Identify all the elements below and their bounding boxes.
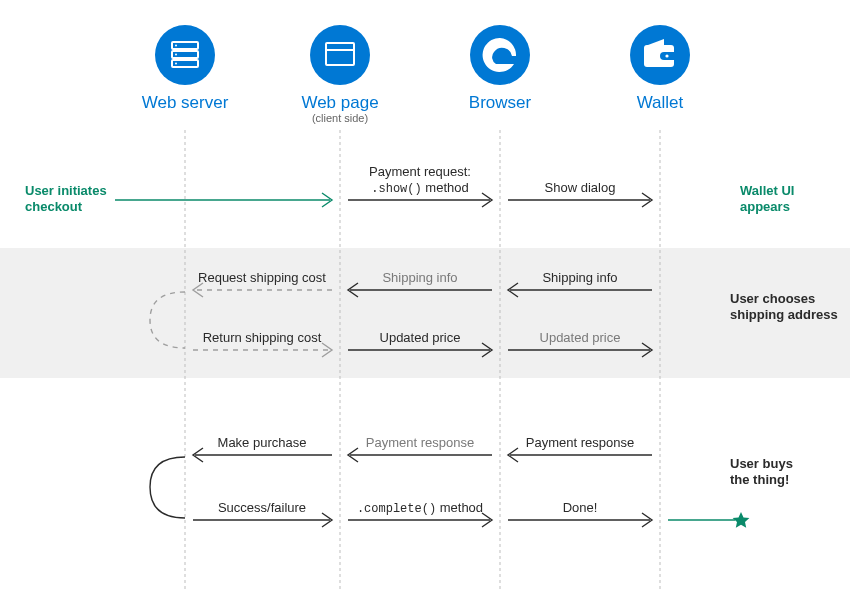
label-shipinfo-2: Shipping info [542,270,617,285]
col-wallet-label: Wallet [637,93,684,112]
caption-walletui-1: Wallet UI [740,183,794,198]
label-upd-2: Updated price [540,330,621,345]
caption-buy-1: User buys [730,456,793,471]
sequence-diagram: Web server Web page (client side) Browse… [0,0,850,607]
label-ret-ship: Return shipping cost [203,330,322,345]
col-wallet: Wallet [630,25,690,112]
svg-point-12 [665,54,668,57]
caption-walletui-2: appears [740,199,790,214]
caption-checkout-2: checkout [25,199,83,214]
caption-checkout-1: User initiates [25,183,107,198]
caption-buy-2: the thing! [730,472,789,487]
col-webserver: Web server [142,25,229,112]
caption-ship-2: shipping address [730,307,838,322]
label-shipinfo-1: Shipping info [382,270,457,285]
svg-point-6 [175,63,177,65]
label-payment-request-2: .show() method [371,180,468,196]
col-browser-label: Browser [469,93,532,112]
svg-point-7 [310,25,370,85]
col-webpage: Web page (client side) [301,25,378,124]
svg-point-0 [155,25,215,85]
star-icon [733,512,750,528]
col-webpage-label: Web page [301,93,378,112]
label-req-ship: Request shipping cost [198,270,326,285]
col-webserver-label: Web server [142,93,229,112]
label-upd-1: Updated price [380,330,461,345]
label-complete: .complete() method [357,500,483,516]
label-payresp-1: Payment response [366,435,474,450]
svg-point-10 [470,25,530,85]
label-payresp-2: Payment response [526,435,634,450]
col-webpage-sublabel: (client side) [312,112,368,124]
caption-ship-1: User chooses [730,291,815,306]
band-shipping [0,248,850,378]
loop-purchase [150,457,185,518]
label-show-dialog: Show dialog [545,180,616,195]
label-success: Success/failure [218,500,306,515]
col-browser: Browser [469,25,532,112]
svg-point-4 [175,45,177,47]
label-done: Done! [563,500,598,515]
label-make-purchase: Make purchase [218,435,307,450]
svg-point-5 [175,54,177,56]
label-payment-request-1: Payment request: [369,164,471,179]
